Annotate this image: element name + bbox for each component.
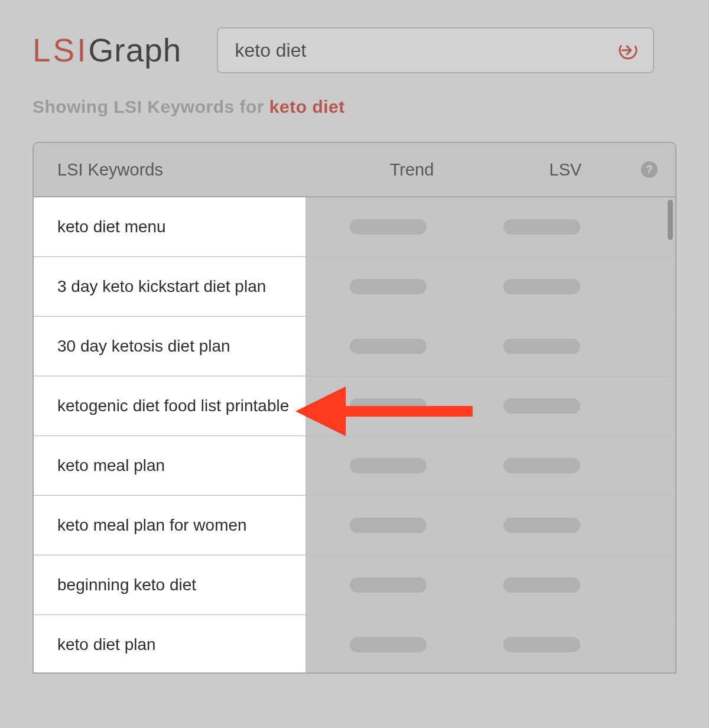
loading-pill [503,279,580,294]
keyword-cell: keto diet plan [34,615,305,674]
table-row[interactable]: keto diet plan [34,615,675,674]
trend-cell [305,398,471,414]
loading-pill [503,577,580,593]
keyword-cell: keto meal plan [34,436,305,495]
keyword-cell: keto diet menu [34,197,305,256]
col-header-keywords[interactable]: LSI Keywords [34,160,329,180]
loading-pill [350,518,427,533]
lsv-cell [471,577,613,593]
brand-part1: LSI [32,32,89,69]
lsv-cell [471,518,613,533]
col-header-trend[interactable]: Trend [329,160,495,180]
keyword-cell: 30 day ketosis diet plan [34,317,305,376]
loading-pill [350,398,427,414]
header: LSIGraph [0,0,709,73]
loading-pill [503,458,580,473]
loading-pill [350,577,427,593]
loading-pill [503,219,580,235]
table-row[interactable]: beginning keto diet [34,555,675,615]
trend-cell [305,637,471,652]
scrollbar-thumb[interactable] [668,200,673,240]
loading-pill [503,398,580,414]
keyword-cell: keto meal plan for women [34,496,305,555]
loading-pill [350,339,427,354]
table-row[interactable]: keto meal plan [34,436,675,496]
subheading-prefix: Showing LSI Keywords for [32,97,269,116]
trend-cell [305,577,471,593]
loading-pill [350,458,427,473]
search-input[interactable] [235,40,616,61]
table-row[interactable]: 30 day ketosis diet plan [34,317,675,376]
brand-logo: LSIGraph [32,31,181,69]
loading-pill [350,637,427,652]
keyword-cell: ketogenic diet food list printable [34,376,305,436]
results-subheading: Showing LSI Keywords for keto diet [0,73,709,117]
loading-pill [503,518,580,533]
lsv-cell [471,279,613,294]
lsv-cell [471,637,613,652]
submit-arrow-icon[interactable] [616,38,640,62]
lsv-cell [471,398,613,414]
table-row[interactable]: keto diet menu [34,197,675,257]
loading-pill [350,219,427,235]
trend-cell [305,279,471,294]
help-icon[interactable]: ? [641,161,658,178]
results-table: LSI Keywords Trend LSV ? keto diet menu … [32,142,677,674]
trend-cell [305,518,471,533]
keyword-cell: beginning keto diet [34,555,305,615]
brand-part2: Graph [89,32,182,69]
subheading-term: keto diet [269,97,345,116]
loading-pill [503,637,580,652]
search-box[interactable] [217,27,654,73]
table-header-row: LSI Keywords Trend LSV ? [34,143,675,197]
table-row[interactable]: keto meal plan for women [34,496,675,555]
page-root: LSIGraph Showing LSI Keywords for keto d… [0,0,709,728]
col-header-lsv[interactable]: LSV [495,160,636,180]
table-row[interactable]: ketogenic diet food list printable [34,376,675,436]
table-body[interactable]: keto diet menu 3 day keto kickstart diet… [34,197,675,674]
lsv-cell [471,458,613,473]
lsv-cell [471,339,613,354]
table-row[interactable]: 3 day keto kickstart diet plan [34,257,675,317]
trend-cell [305,339,471,354]
keyword-cell: 3 day keto kickstart diet plan [34,257,305,316]
loading-pill [503,339,580,354]
trend-cell [305,458,471,473]
trend-cell [305,219,471,235]
loading-pill [350,279,427,294]
lsv-cell [471,219,613,235]
